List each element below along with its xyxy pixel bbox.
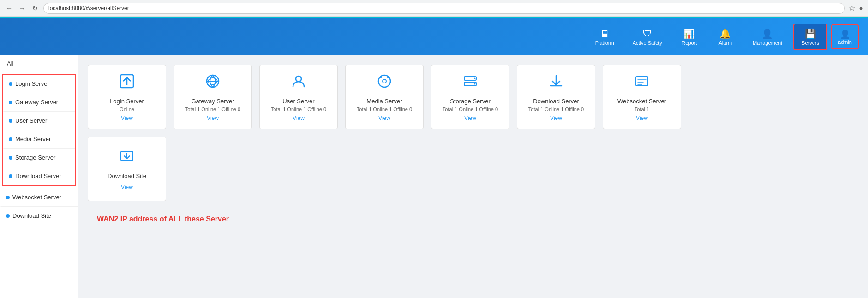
sidebar-label-media-server: Media Server [15,136,51,143]
sidebar-dot-media [9,137,12,141]
nav-item-management[interactable]: 👤 Management [745,24,790,49]
nav-item-report[interactable]: 📊 Report [673,24,706,49]
card-websocket-server[interactable]: Websocket Server Total 1 View [603,65,681,129]
svg-point-6 [387,77,389,78]
svg-rect-11 [636,77,648,86]
sidebar-dot-gateway [9,101,12,104]
gateway-server-icon [204,73,221,93]
sidebar-label-download-site: Download Site [12,212,51,219]
sidebar-dot-websocket [6,196,10,199]
sidebar-dot-storage [9,156,12,160]
content-area: Login Server Online View Gateway Server … [78,55,868,298]
sidebar-label-user-server: User Server [15,117,47,124]
alarm-icon: 🔔 [719,28,731,39]
websocket-server-view[interactable]: View [636,115,648,121]
storage-server-icon [462,73,479,93]
cards-grid: Login Server Online View Gateway Server … [88,65,859,129]
url-bar[interactable]: localhost:8080/#/server/allServer [43,3,845,14]
user-area[interactable]: 👤 admin [831,24,859,49]
sidebar-item-download-server[interactable]: Download Server [3,167,75,185]
download-site-title: Download Site [108,173,146,179]
svg-point-4 [383,79,386,83]
all-label: All [7,60,13,67]
websocket-server-icon [634,73,650,93]
browser-bar: ← → ↻ localhost:8080/#/server/allServer … [0,0,868,17]
login-server-icon [119,73,135,93]
servers-icon: 💾 [805,28,816,39]
sidebar-dot-download-site [6,214,10,218]
user-server-title: User Server [282,98,314,105]
gateway-server-title: Gateway Server [191,98,234,105]
sidebar-dot-user [9,119,12,123]
user-server-view[interactable]: View [293,115,305,121]
storage-server-title: Storage Server [450,98,490,105]
nav-item-servers[interactable]: 💾 Servers [793,24,827,50]
login-server-view[interactable]: View [121,115,133,121]
top-nav: 🖥 Platform 🛡 Active Safety 📊 Report 🔔 Al… [0,18,868,55]
sidebar-dot-download [9,174,12,178]
sidebar-item-gateway-server[interactable]: Gateway Server [3,93,75,112]
media-server-view[interactable]: View [378,115,390,121]
management-icon: 👤 [761,28,773,39]
login-server-status: Online [120,107,134,112]
media-server-icon [376,73,393,93]
sidebar-item-login-server[interactable]: Login Server [3,75,75,93]
sidebar-item-user-server[interactable]: User Server [3,112,75,130]
card-media-server[interactable]: Media Server Total 1 Online 1 Offline 0 … [345,65,424,129]
svg-point-5 [380,77,382,78]
websocket-server-status: Total 1 [635,107,649,112]
platform-icon: 🖥 [600,29,609,39]
sidebar-all[interactable]: All [0,55,78,72]
sidebar-label-download-server: Download Server [15,173,61,179]
sidebar-label-login-server: Login Server [15,80,49,87]
user-avatar-icon: 👤 [840,29,850,39]
nav-item-alarm[interactable]: 🔔 Alarm [709,24,742,49]
download-server-view[interactable]: View [550,115,562,121]
sidebar: All Login Server Gateway Server User Ser… [0,55,78,298]
star-icon[interactable]: ☆ [849,4,855,12]
svg-point-9 [474,77,476,79]
websocket-server-title: Websocket Server [617,98,666,105]
card-download-site[interactable]: Download Site View [88,137,166,201]
gateway-server-status: Total 1 Online 1 Offline 0 [185,107,240,112]
nav-item-platform[interactable]: 🖥 Platform [588,25,622,49]
sidebar-item-websocket-server[interactable]: Websocket Server [0,188,78,207]
sidebar-label-gateway-server: Gateway Server [15,99,58,106]
sidebar-item-storage-server[interactable]: Storage Server [3,149,75,167]
forward-button[interactable]: → [18,4,27,13]
media-server-status: Total 1 Online 1 Offline 0 [357,107,412,112]
card-user-server[interactable]: User Server Total 1 Online 1 Offline 0 V… [259,65,338,129]
download-server-icon [548,73,564,93]
svg-point-2 [296,76,301,82]
user-server-status: Total 1 Online 1 Offline 0 [271,107,326,112]
sidebar-item-download-site[interactable]: Download Site [0,207,78,225]
card-storage-server[interactable]: Storage Server Total 1 Online 1 Offline … [431,65,509,129]
sidebar-selection-border: Login Server Gateway Server User Server … [2,74,76,186]
card-download-server[interactable]: Download Server Total 1 Online 1 Offline… [517,65,595,129]
download-server-status: Total 1 Online 1 Offline 0 [528,107,584,112]
user-server-icon [290,73,307,93]
nav-item-active-safety[interactable]: 🛡 Active Safety [625,25,670,49]
reload-button[interactable]: ↻ [30,4,40,13]
wan2-message: WAN2 IP address of ALL these Server [88,215,859,223]
download-site-view[interactable]: View [121,184,133,191]
active-safety-icon: 🛡 [643,29,652,39]
cards-grid-row2: Download Site View [88,137,859,201]
browser-icons: ☆ ● [849,4,863,12]
profile-icon[interactable]: ● [859,4,863,12]
sidebar-item-media-server[interactable]: Media Server [3,130,75,149]
sidebar-label-websocket-server: Websocket Server [12,194,61,201]
media-server-title: Media Server [366,98,402,105]
card-gateway-server[interactable]: Gateway Server Total 1 Online 1 Offline … [174,65,252,129]
svg-point-10 [474,83,476,84]
url-text: localhost:8080/#/server/allServer [48,5,129,12]
report-icon: 📊 [683,28,695,39]
gateway-server-view[interactable]: View [207,115,219,121]
sidebar-dot-login [9,82,12,86]
back-button[interactable]: ← [5,4,14,13]
download-site-icon [119,148,135,168]
login-server-title: Login Server [110,98,144,105]
card-login-server[interactable]: Login Server Online View [88,65,166,129]
storage-server-view[interactable]: View [464,115,476,121]
sidebar-label-storage-server: Storage Server [15,154,55,161]
